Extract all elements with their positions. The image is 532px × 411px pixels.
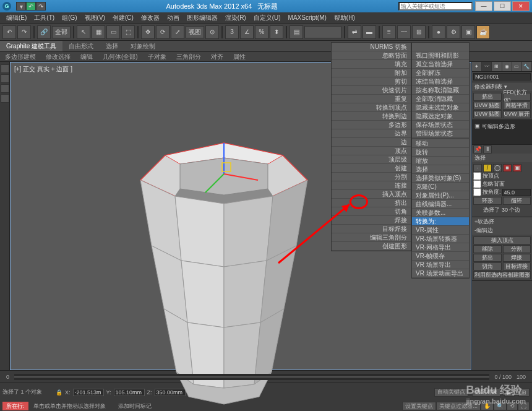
ctx-item[interactable]: 附加	[332, 69, 411, 77]
material-icon[interactable]: ●	[432, 25, 445, 39]
ctx-sub-item[interactable]: 保存场景状态	[412, 121, 469, 129]
menu-视图(V)[interactable]: 视图(V)	[81, 14, 109, 22]
soft-selection-rollout[interactable]: + 软选择	[472, 217, 532, 226]
ctx-sub-item[interactable]: 按名称取消隐藏	[412, 86, 469, 95]
ribbon-sub[interactable]: 对齐	[206, 53, 228, 61]
ctx-sub-item[interactable]: 选择类似对象(S)	[412, 174, 469, 183]
edge-subobj[interactable]: /	[483, 164, 492, 172]
time-slider[interactable]	[14, 374, 489, 380]
nav-pan-icon[interactable]: ✋	[481, 402, 494, 410]
ctx-item[interactable]: 编辑三角剖分	[332, 233, 411, 242]
edit-edges-rollout[interactable]: - 编辑边	[472, 226, 532, 235]
menu-编辑(E)[interactable]: 编辑(E)	[2, 14, 30, 22]
lt-3[interactable]	[1, 84, 9, 93]
ctx-item[interactable]: 转换到边	[332, 112, 411, 121]
by-angle-check[interactable]	[473, 188, 481, 196]
percent-snap-icon[interactable]: %	[255, 25, 268, 39]
select-icon[interactable]: ↖	[77, 25, 90, 39]
ribbon-tab[interactable]: Graphite 建模工具	[0, 41, 62, 51]
nav-orbit-icon[interactable]: ⟲	[507, 402, 518, 410]
ctx-sub-item[interactable]: 全部取消隐藏	[412, 95, 469, 103]
viewport-label[interactable]: [+] 正交 真实 + 边面 ]	[14, 65, 72, 74]
ctx-sub-item[interactable]: 曲线编辑器...	[412, 200, 469, 209]
ctx-sub-item[interactable]: 选择	[412, 165, 469, 174]
rotate-icon[interactable]: ⟳	[156, 25, 169, 39]
selection-filter[interactable]: 全部	[52, 26, 71, 38]
chamfer-btn[interactable]: 切角	[473, 262, 502, 270]
border-subobj[interactable]: ◯	[493, 164, 502, 172]
ctx-item[interactable]: 分割	[332, 173, 411, 181]
ctx-sub-item[interactable]: 隐藏选定对象	[412, 112, 469, 121]
curve-editor-icon[interactable]: 〰	[397, 25, 411, 39]
ctx-item[interactable]: 焊接	[332, 216, 411, 225]
ribbon-sub[interactable]: 子对象	[143, 53, 171, 61]
create-tab[interactable]: ✦	[472, 62, 482, 71]
nav-icon[interactable]: ⊞	[518, 388, 530, 397]
ribbon-tab[interactable]: 对象绘制	[124, 41, 161, 51]
menu-创建(C)[interactable]: 创建(C)	[109, 14, 137, 22]
set-key-btn[interactable]: 设置关键点	[402, 402, 436, 410]
scale-icon[interactable]: ⤢	[171, 25, 184, 39]
ctx-sub-item[interactable]: 孤立当前选择	[412, 60, 469, 69]
ribbon-sub[interactable]: 三角剖分	[171, 53, 206, 61]
ctx-item[interactable]: NURMS 切换	[332, 43, 411, 51]
btn-uvw1[interactable]: UVW 贴图	[473, 102, 502, 110]
ctx-item[interactable]: 多边形	[332, 121, 411, 129]
ribbon-sub[interactable]: 多边形建模	[0, 53, 41, 61]
ctx-item[interactable]: 快速切片	[332, 86, 411, 95]
ctx-item[interactable]: 顶层级	[332, 155, 411, 164]
lt-4[interactable]	[1, 94, 9, 103]
target-weld-btn[interactable]: 目标焊接	[503, 262, 531, 270]
poly-subobj[interactable]: ■	[503, 164, 512, 172]
ignore-backfacing-check[interactable]	[473, 180, 481, 188]
ctx-item[interactable]: 顶点	[332, 147, 411, 155]
ctx-item[interactable]: 转换到顶点	[332, 103, 411, 112]
split-btn[interactable]: 分割	[503, 245, 531, 253]
selected-dropdown[interactable]: 选定对象	[472, 388, 500, 397]
object-name-input[interactable]	[473, 73, 531, 80]
remove-btn[interactable]: 移除	[473, 245, 502, 253]
menu-图形编辑器[interactable]: 图形编辑器	[183, 14, 221, 22]
menu-组(G)[interactable]: 组(G)	[58, 14, 80, 22]
align-icon[interactable]: ▬	[363, 25, 376, 39]
named-sel-icon[interactable]: ▤	[290, 25, 303, 39]
ref-coord[interactable]: 视图	[186, 26, 204, 38]
maximize-button[interactable]: ☐	[494, 1, 511, 11]
ctx-item[interactable]: 填充	[332, 60, 411, 69]
modify-tab[interactable]: 〰	[482, 62, 492, 71]
menu-动画[interactable]: 动画	[163, 14, 183, 22]
render-frame-icon[interactable]: ▣	[461, 25, 475, 39]
display-tab[interactable]: ▭	[512, 62, 522, 71]
ctx-item[interactable]: 插入顶点	[332, 190, 411, 199]
ctx-sub-item[interactable]: 转换为:	[412, 217, 469, 226]
ctx-sub-item[interactable]: VR-网格导出	[412, 243, 469, 252]
link-icon[interactable]: 🔗	[37, 25, 51, 39]
selection-rollout[interactable]: 选择	[472, 154, 532, 162]
ctx-sub-item[interactable]: 管理场景状态	[412, 129, 469, 138]
show-end-icon[interactable]: Ⅱ	[483, 145, 492, 154]
ctx-item[interactable]: 重复	[332, 95, 411, 103]
menu-自定义(U)[interactable]: 自定义(U)	[250, 14, 285, 22]
ctx-sub-item[interactable]: 隐藏未选定对象	[412, 103, 469, 112]
ctx-sub-item[interactable]: 旋转	[412, 148, 469, 157]
btn-uvw2[interactable]: UVW 贴图	[473, 110, 502, 118]
quick-redo[interactable]: ↷	[36, 2, 46, 11]
ctx-sub-item[interactable]: 全部解冻	[412, 69, 469, 77]
ctx-item[interactable]: 剪切	[332, 77, 411, 86]
btn-ffd[interactable]: FFD(长方体)	[503, 93, 531, 101]
ribbon-sub[interactable]: 编辑	[75, 53, 98, 61]
ring-btn[interactable]: 环形	[473, 197, 502, 205]
weld-btn[interactable]: 焊接	[503, 254, 531, 262]
coord-x[interactable]	[73, 389, 104, 396]
ctx-sub-item[interactable]: 缩放	[412, 157, 469, 165]
ctx-item[interactable]: 连接	[332, 181, 411, 190]
ribbon-sub[interactable]: 几何体(全部)	[98, 53, 143, 61]
ctx-item[interactable]: 忽略背面	[332, 51, 411, 60]
menu-渲染(R)[interactable]: 渲染(R)	[221, 14, 250, 22]
ctx-sub-item[interactable]: 冻结当前选择	[412, 77, 469, 86]
btn-meshsmooth[interactable]: 网格平滑	[503, 102, 531, 110]
ctx-sub-item[interactable]: VR 场景动画导出	[412, 269, 469, 278]
ctx-item[interactable]: 创建	[332, 164, 411, 173]
ctx-sub-item[interactable]: 关联参数...	[412, 209, 469, 217]
pivot-icon[interactable]: ⊙	[205, 25, 219, 39]
